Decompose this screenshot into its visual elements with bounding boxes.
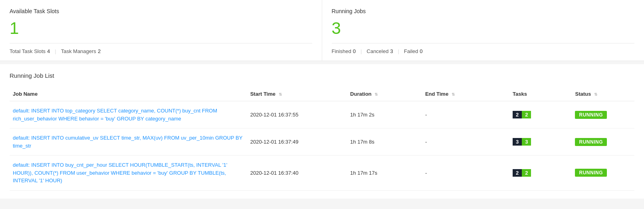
task-badge-green: 3 xyxy=(522,138,531,146)
duration-value: 1h 17m 2s xyxy=(350,112,375,118)
finished-label: Finished xyxy=(332,48,351,54)
available-task-slots-card: Available Task Slots 1 Total Task Slots … xyxy=(0,0,322,61)
job-name-text: default: INSERT INTO top_category SELECT… xyxy=(13,108,217,122)
col-header-duration[interactable]: Duration ⇅ xyxy=(347,87,422,101)
slots-stats: Total Task Slots 4 | Task Managers 2 xyxy=(10,48,312,54)
jobs-divider xyxy=(332,43,635,43)
jobs-count: 3 xyxy=(332,19,635,37)
slots-divider xyxy=(10,43,312,43)
running-job-list-title: Running Job List xyxy=(10,72,634,79)
finished-stat: Finished 0 xyxy=(332,48,356,54)
jobs-stats-divider-1: | xyxy=(361,48,362,54)
duration-cell: 1h 17m 17s xyxy=(347,156,422,191)
task-badge-dark: 3 xyxy=(513,138,522,146)
task-badge-green: 2 xyxy=(522,169,531,177)
tasks-cell: 3 3 xyxy=(509,128,572,156)
start-time-cell: 2020-12-01 16:37:49 xyxy=(247,128,347,156)
start-time-value: 2020-12-01 16:37:49 xyxy=(250,139,299,145)
end-time-cell: - xyxy=(422,101,509,128)
job-name-text: default: INSERT INTO buy_cnt_per_hour SE… xyxy=(13,162,227,183)
start-time-sort-icon: ⇅ xyxy=(279,92,282,97)
job-name-cell[interactable]: default: INSERT INTO buy_cnt_per_hour SE… xyxy=(10,156,247,191)
duration-value: 1h 17m 17s xyxy=(350,170,377,176)
end-time-value: - xyxy=(425,139,427,145)
duration-value: 1h 17m 8s xyxy=(350,139,375,145)
table-header-row: Job Name Start Time ⇅ Duration ⇅ End Tim… xyxy=(10,87,634,101)
duration-sort-icon: ⇅ xyxy=(375,92,378,97)
end-time-value: - xyxy=(425,112,427,118)
total-task-slots-stat: Total Task Slots 4 xyxy=(10,48,50,54)
status-badge: RUNNING xyxy=(575,138,607,146)
total-slots-value: 4 xyxy=(47,48,50,54)
task-badge-green: 2 xyxy=(522,111,531,118)
col-header-tasks: Tasks xyxy=(509,87,572,101)
end-time-cell: - xyxy=(422,128,509,156)
duration-cell: 1h 17m 2s xyxy=(347,101,422,128)
failed-stat: Failed 0 xyxy=(404,48,423,54)
task-badge-dark: 2 xyxy=(513,169,522,177)
task-managers-value: 2 xyxy=(98,48,101,54)
jobs-stats: Finished 0 | Canceled 3 | Failed 0 xyxy=(332,48,635,54)
status-badge: RUNNING xyxy=(575,111,607,119)
tasks-badges: 2 2 xyxy=(513,169,569,177)
end-time-cell: - xyxy=(422,156,509,191)
slots-card-title: Available Task Slots xyxy=(10,8,312,14)
canceled-value: 3 xyxy=(390,48,393,54)
tasks-badges: 3 3 xyxy=(513,138,569,146)
col-header-end-time[interactable]: End Time ⇅ xyxy=(422,87,509,101)
col-header-job-name: Job Name xyxy=(10,87,247,101)
tasks-cell: 2 2 xyxy=(509,101,572,128)
stats-divider-1: | xyxy=(55,48,56,54)
col-header-status[interactable]: Status ⇅ xyxy=(572,87,634,101)
duration-cell: 1h 17m 8s xyxy=(347,128,422,156)
status-cell: RUNNING xyxy=(572,128,634,156)
table-row: default: INSERT INTO top_category SELECT… xyxy=(10,101,634,128)
job-table: Job Name Start Time ⇅ Duration ⇅ End Tim… xyxy=(10,87,634,191)
job-name-text: default: INSERT INTO cumulative_uv SELEC… xyxy=(13,135,242,149)
end-time-sort-icon: ⇅ xyxy=(452,92,455,97)
failed-value: 0 xyxy=(420,48,422,54)
canceled-label: Canceled xyxy=(367,48,388,54)
job-name-cell[interactable]: default: INSERT INTO cumulative_uv SELEC… xyxy=(10,128,247,156)
task-badge-dark: 2 xyxy=(513,111,522,118)
start-time-value: 2020-12-01 16:37:40 xyxy=(250,170,299,176)
task-managers-stat: Task Managers 2 xyxy=(61,48,101,54)
task-managers-label: Task Managers xyxy=(61,48,96,54)
tasks-cell: 2 2 xyxy=(509,156,572,191)
status-badge: RUNNING xyxy=(575,169,607,177)
failed-label: Failed xyxy=(404,48,418,54)
status-cell: RUNNING xyxy=(572,156,634,191)
jobs-stats-divider-2: | xyxy=(398,48,399,54)
start-time-cell: 2020-12-01 16:37:55 xyxy=(247,101,347,128)
table-row: default: INSERT INTO cumulative_uv SELEC… xyxy=(10,128,634,156)
running-jobs-card: Running Jobs 3 Finished 0 | Canceled 3 |… xyxy=(322,0,644,61)
end-time-value: - xyxy=(425,170,427,176)
status-sort-icon: ⇅ xyxy=(594,92,597,97)
finished-value: 0 xyxy=(353,48,356,54)
jobs-card-title: Running Jobs xyxy=(332,8,635,14)
table-row: default: INSERT INTO buy_cnt_per_hour SE… xyxy=(10,156,634,191)
total-slots-label: Total Task Slots xyxy=(10,48,46,54)
start-time-value: 2020-12-01 16:37:55 xyxy=(250,112,299,118)
job-name-cell[interactable]: default: INSERT INTO top_category SELECT… xyxy=(10,101,247,128)
start-time-cell: 2020-12-01 16:37:40 xyxy=(247,156,347,191)
top-section: Available Task Slots 1 Total Task Slots … xyxy=(0,0,644,61)
running-job-list-section: Running Job List Job Name Start Time ⇅ D… xyxy=(0,64,644,199)
col-header-start-time[interactable]: Start Time ⇅ xyxy=(247,87,347,101)
tasks-badges: 2 2 xyxy=(513,111,569,118)
slots-count: 1 xyxy=(10,19,312,37)
canceled-stat: Canceled 3 xyxy=(367,48,393,54)
status-cell: RUNNING xyxy=(572,101,634,128)
